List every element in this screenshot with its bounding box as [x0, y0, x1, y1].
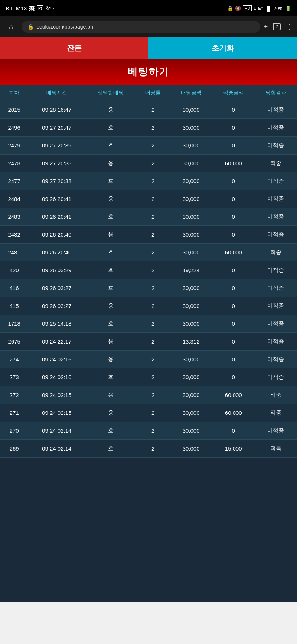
table-header-row: 회차 배팅시간 선택한배팅 배당률 배팅금액 적중금액 당첨결과: [0, 85, 297, 101]
table-row: 42009.26 03:29호219,2240미적중: [0, 261, 297, 279]
cell-배팅시간: 09.28 16:47: [28, 101, 85, 119]
cell-당첨결과: 미적중: [255, 368, 297, 386]
status-left: KT 6:13 🖼 kt 찾다: [6, 5, 54, 12]
kt-icon: kt: [37, 5, 43, 11]
cell-배당률: 2: [136, 440, 170, 458]
cell-선택한배팅: 호: [85, 368, 136, 386]
cell-배팅금액: 30,000: [170, 422, 212, 440]
more-menu-button[interactable]: ⋮: [286, 23, 293, 31]
cell-당첨결과: 적중: [255, 155, 297, 172]
cell-배팅금액: 30,000: [170, 279, 212, 297]
cell-배팅금액: 30,000: [170, 315, 212, 333]
cell-선택한배팅: 용: [85, 351, 136, 368]
cell-배당률: 2: [136, 351, 170, 368]
cell-회차: 2482: [0, 226, 28, 244]
cell-선택한배팅: 호: [85, 440, 136, 458]
cell-적중금액: 60,000: [212, 155, 255, 172]
cell-회차: 273: [0, 368, 28, 386]
cell-적중금액: 60,000: [212, 386, 255, 404]
cell-배당률: 2: [136, 368, 170, 386]
cell-적중금액: 0: [212, 422, 255, 440]
url-bar[interactable]: 🔒 seulca.com/bbs/page.ph: [22, 21, 260, 33]
table-row: 41609.26 03:27호230,0000미적중: [0, 279, 297, 297]
col-header-배당률: 배당률: [136, 85, 170, 101]
cell-회차: 272: [0, 386, 28, 404]
cell-회차: 2483: [0, 208, 28, 226]
table-row: 248109.26 20:40호230,00060,000적중: [0, 244, 297, 261]
cell-당첨결과: 미적중: [255, 190, 297, 208]
cell-배팅금액: 30,000: [170, 101, 212, 119]
잔돈-button[interactable]: 잔돈: [0, 37, 148, 59]
table-row: 27009.24 02:14호230,0000미적중: [0, 422, 297, 440]
초기화-button[interactable]: 초기화: [148, 37, 297, 59]
cell-당첨결과: 미적중: [255, 279, 297, 297]
cell-선택한배팅: 용: [85, 101, 136, 119]
carrier-label: KT: [6, 5, 13, 12]
lock-icon: 🔒: [227, 6, 233, 11]
cell-배팅금액: 30,000: [170, 137, 212, 155]
cell-적중금액: 0: [212, 190, 255, 208]
table-row: 249609.27 20:47호230,0000미적중: [0, 119, 297, 137]
cell-배당률: 2: [136, 297, 170, 315]
cell-배팅시간: 09.26 20:41: [28, 208, 85, 226]
cell-당첨결과: 미적중: [255, 119, 297, 137]
cell-배팅금액: 30,000: [170, 244, 212, 261]
cell-회차: 1718: [0, 315, 28, 333]
cell-당첨결과: 미적중: [255, 172, 297, 190]
cell-배당률: 2: [136, 190, 170, 208]
cell-배당률: 2: [136, 422, 170, 440]
home-button[interactable]: ⌂: [4, 20, 18, 33]
cell-선택한배팅: 용: [85, 386, 136, 404]
cell-배당률: 2: [136, 226, 170, 244]
cell-배팅금액: 19,224: [170, 261, 212, 279]
cell-선택한배팅: 호: [85, 315, 136, 333]
cell-당첨결과: 미적중: [255, 422, 297, 440]
table-row: 201509.28 16:47용230,0000미적중: [0, 101, 297, 119]
cell-당첨결과: 적중: [255, 244, 297, 261]
cell-적중금액: 0: [212, 315, 255, 333]
cell-적중금액: 0: [212, 172, 255, 190]
table-row: 27409.24 02:16용230,0000미적중: [0, 351, 297, 368]
cell-선택한배팅: 호: [85, 137, 136, 155]
cell-적중금액: 0: [212, 208, 255, 226]
cell-배팅금액: 30,000: [170, 190, 212, 208]
cell-당첨결과: 미적중: [255, 226, 297, 244]
cell-선택한배팅: 호: [85, 119, 136, 137]
cell-배당률: 2: [136, 208, 170, 226]
cell-배당률: 2: [136, 244, 170, 261]
table-row: 27109.24 02:15용230,00060,000적중: [0, 404, 297, 422]
cell-선택한배팅: 호: [85, 279, 136, 297]
cell-선택한배팅: 호: [85, 422, 136, 440]
table-row: 247909.27 20:39호230,0000미적중: [0, 137, 297, 155]
cell-배팅시간: 09.27 20:39: [28, 137, 85, 155]
hd-badge: HD: [243, 5, 252, 11]
cell-배팅금액: 30,000: [170, 208, 212, 226]
cell-배팅금액: 30,000: [170, 226, 212, 244]
cell-당첨결과: 미적중: [255, 101, 297, 119]
cell-배팅시간: 09.24 02:14: [28, 422, 85, 440]
cell-선택한배팅: 용: [85, 297, 136, 315]
cell-당첨결과: 미적중: [255, 297, 297, 315]
cell-적중금액: 0: [212, 368, 255, 386]
cell-당첨결과: 미적중: [255, 261, 297, 279]
cell-배팅금액: 30,000: [170, 368, 212, 386]
url-text: seulca.com/bbs/page.ph: [37, 24, 93, 30]
cell-당첨결과: 미적중: [255, 208, 297, 226]
new-tab-button[interactable]: +: [264, 23, 268, 31]
browser-bar: ⌂ 🔒 seulca.com/bbs/page.ph + 2 ⋮: [0, 16, 297, 37]
cell-선택한배팅: 용: [85, 226, 136, 244]
cell-배팅시간: 09.25 14:18: [28, 315, 85, 333]
signal-text: 찾다: [46, 6, 54, 11]
cell-적중금액: 0: [212, 101, 255, 119]
cell-적중금액: 0: [212, 333, 255, 351]
cell-배당률: 2: [136, 404, 170, 422]
cell-배팅시간: 09.24 02:16: [28, 368, 85, 386]
cell-배팅금액: 30,000: [170, 119, 212, 137]
cell-회차: 269: [0, 440, 28, 458]
cell-당첨결과: 미적중: [255, 137, 297, 155]
cell-배팅금액: 30,000: [170, 351, 212, 368]
cell-당첨결과: 적특: [255, 440, 297, 458]
browser-actions: + 2 ⋮: [264, 23, 293, 31]
table-row: 41509.26 03:27용230,0000미적중: [0, 297, 297, 315]
tab-count[interactable]: 2: [273, 23, 281, 30]
